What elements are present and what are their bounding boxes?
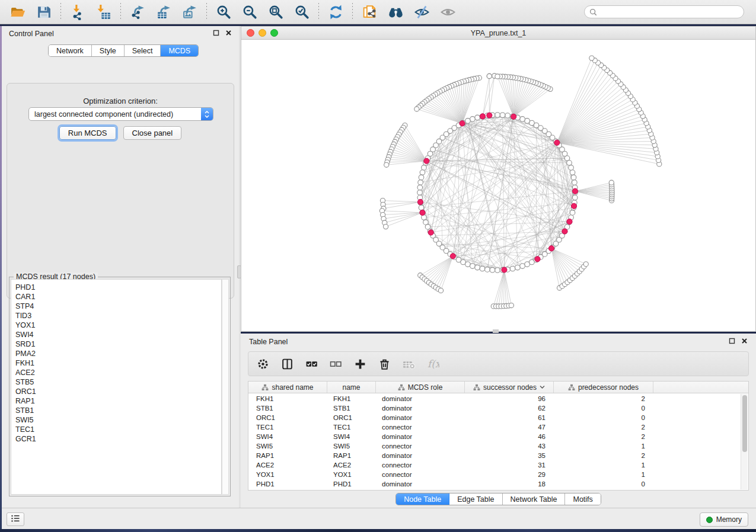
graph-node[interactable] — [480, 266, 485, 271]
cell-shared-name[interactable]: YOX1 — [248, 471, 327, 478]
cell-successor-nodes[interactable]: 46 — [465, 433, 554, 440]
refresh-icon[interactable] — [327, 3, 344, 21]
search-box[interactable] — [584, 5, 744, 18]
graph-leaf-node[interactable] — [589, 56, 594, 60]
graph-node[interactable] — [572, 195, 578, 200]
zoom-fit-icon[interactable] — [267, 3, 285, 21]
select-all-icon[interactable] — [304, 357, 318, 370]
tab-select[interactable]: Select — [125, 45, 161, 56]
search-network-icon[interactable] — [387, 3, 404, 21]
graph-mcds-hub-node[interactable] — [487, 113, 492, 118]
graph-node[interactable] — [500, 113, 505, 118]
import-network-icon[interactable] — [69, 3, 87, 21]
graph-node[interactable] — [419, 175, 424, 180]
cell-shared-name[interactable]: RAP1 — [248, 452, 327, 459]
show-glyphs-icon[interactable] — [439, 3, 457, 21]
graph-mcds-hub-node[interactable] — [567, 219, 572, 224]
graph-leaf-node[interactable] — [609, 180, 614, 185]
cell-successor-nodes[interactable]: 35 — [465, 452, 554, 459]
table-row[interactable]: RAP1RAP1dominator352 — [248, 451, 748, 460]
float-table-panel-icon[interactable] — [729, 338, 735, 346]
cell-name[interactable]: FKH1 — [327, 395, 376, 402]
search-input[interactable] — [600, 8, 739, 16]
cell-successor-nodes[interactable]: 62 — [465, 405, 554, 412]
mcds-result-list[interactable]: PHD1CAR1STP4TID3YOX1SWI4SRD1PMA2FKH1ACE2… — [11, 279, 222, 495]
cell-predecessor-nodes[interactable]: 0 — [554, 480, 653, 488]
table-scrollbar[interactable] — [741, 394, 748, 489]
cell-MCDS-role[interactable]: dominator — [376, 405, 465, 412]
mcds-result-item[interactable]: FKH1 — [15, 358, 221, 368]
export-network-icon[interactable] — [129, 3, 146, 21]
graph-leaf-node[interactable] — [583, 262, 588, 267]
mcds-result-item[interactable]: TEC1 — [15, 425, 221, 434]
graph-mcds-hub-node[interactable] — [511, 114, 516, 119]
cell-shared-name[interactable]: TEC1 — [248, 424, 327, 431]
graph-node[interactable] — [422, 215, 427, 220]
cell-predecessor-nodes[interactable]: 2 — [554, 433, 653, 440]
table-scrollbar-thumb[interactable] — [742, 395, 747, 452]
mcds-result-item[interactable]: ACE2 — [15, 368, 221, 377]
mcds-result-item[interactable]: STP4 — [15, 302, 221, 311]
cell-MCDS-role[interactable]: connector — [376, 462, 465, 469]
graph-node[interactable] — [417, 190, 423, 196]
graph-node[interactable] — [420, 170, 425, 175]
cell-name[interactable]: SWI4 — [327, 433, 376, 440]
open-folder-icon[interactable] — [9, 3, 27, 21]
cell-MCDS-role[interactable]: connector — [376, 471, 465, 478]
graph-leaf-node[interactable] — [384, 224, 388, 229]
graph-node[interactable] — [520, 264, 525, 269]
close-panel-button[interactable]: Close panel — [123, 126, 182, 140]
cell-shared-name[interactable]: SWI5 — [248, 443, 327, 450]
mcds-result-item[interactable]: ORC1 — [15, 387, 221, 396]
column-header-predecessor-nodes[interactable]: predecessor nodes — [554, 382, 653, 393]
cell-predecessor-nodes[interactable]: 2 — [554, 452, 653, 459]
zoom-in-icon[interactable] — [215, 3, 232, 21]
tab-style[interactable]: Style — [92, 45, 125, 56]
cell-name[interactable]: TEC1 — [327, 424, 376, 431]
cell-successor-nodes[interactable]: 47 — [465, 424, 554, 431]
table-row[interactable]: FKH1FKH1dominator962 — [248, 394, 748, 403]
graph-node[interactable] — [470, 264, 476, 269]
graph-mcds-hub-node[interactable] — [535, 257, 540, 262]
graph-node[interactable] — [515, 265, 521, 270]
cell-shared-name[interactable]: FKH1 — [248, 395, 327, 402]
graph-leaf-node[interactable] — [384, 162, 389, 167]
save-session-icon[interactable] — [35, 3, 53, 21]
cell-predecessor-nodes[interactable]: 1 — [554, 443, 653, 450]
columns-icon[interactable] — [280, 357, 294, 370]
graph-leaf-node[interactable] — [487, 73, 492, 78]
table-row[interactable]: ACE2ACE2connector311 — [248, 460, 748, 470]
hide-glyphs-icon[interactable] — [413, 3, 430, 21]
graph-node[interactable] — [505, 113, 511, 118]
export-table-icon[interactable] — [155, 3, 173, 21]
graph-mcds-hub-node[interactable] — [562, 229, 567, 234]
cell-successor-nodes[interactable]: 61 — [465, 414, 554, 421]
cell-name[interactable]: RAP1 — [327, 452, 376, 459]
tab-edge-table[interactable]: Edge Table — [449, 493, 502, 505]
mcds-result-item[interactable]: RAP1 — [15, 396, 221, 406]
gear-icon[interactable] — [256, 357, 270, 370]
graph-node[interactable] — [465, 262, 471, 267]
close-table-panel-icon[interactable] — [741, 338, 748, 346]
tab-network-table[interactable]: Network Table — [503, 493, 566, 505]
graph-mcds-hub-node[interactable] — [460, 121, 465, 126]
graph-leaf-node[interactable] — [414, 107, 419, 111]
graph-node[interactable] — [495, 113, 500, 118]
cell-predecessor-nodes[interactable]: 0 — [554, 405, 653, 412]
tab-network[interactable]: Network — [49, 45, 92, 56]
mcds-result-item[interactable]: YOX1 — [15, 321, 221, 330]
graph-node[interactable] — [475, 115, 480, 120]
column-header-shared-name[interactable]: shared name — [248, 382, 327, 393]
cell-successor-nodes[interactable]: 96 — [465, 395, 554, 402]
cell-shared-name[interactable]: ORC1 — [248, 414, 327, 421]
cell-predecessor-nodes[interactable]: 1 — [554, 471, 653, 478]
graph-node[interactable] — [490, 267, 495, 273]
table-row[interactable]: STB1STB1dominator620 — [248, 403, 748, 413]
graph-node[interactable] — [525, 118, 530, 124]
graph-node[interactable] — [485, 267, 490, 273]
graph-mcds-hub-node[interactable] — [502, 267, 507, 273]
cell-name[interactable]: ORC1 — [327, 414, 376, 421]
cell-MCDS-role[interactable]: dominator — [376, 433, 465, 440]
task-history-button[interactable] — [7, 512, 24, 526]
cell-shared-name[interactable]: SWI4 — [248, 433, 327, 440]
